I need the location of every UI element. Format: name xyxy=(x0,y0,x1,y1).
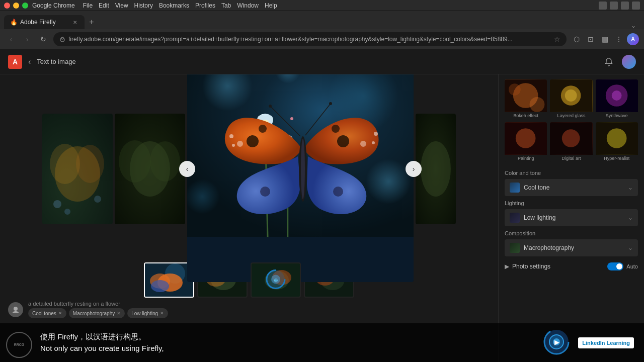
title-bar-icon-2[interactable] xyxy=(610,2,618,10)
subtitle-line2: Not only can you create using Firefly, xyxy=(40,343,535,354)
lighting-label: Lighting xyxy=(505,200,638,206)
auto-toggle[interactable]: Auto xyxy=(607,262,638,270)
style-digital-preview xyxy=(550,122,592,155)
new-tab-button[interactable]: + xyxy=(85,15,99,29)
sidebar-icon[interactable]: ▤ xyxy=(599,33,611,45)
style-painting[interactable]: Painting xyxy=(505,122,547,162)
app-title: Text to image xyxy=(37,58,75,65)
active-tab[interactable]: 🔥 Adobe Firefly ✕ xyxy=(4,15,85,29)
color-tone-dropdown[interactable]: Cool tone ⌄ xyxy=(505,179,638,196)
thumbnail-1[interactable] xyxy=(144,262,194,298)
title-bar: Google Chrome File Edit View History Boo… xyxy=(0,0,644,11)
style-hyper-realist[interactable]: Hyper-realist xyxy=(596,122,638,162)
menu-file[interactable]: File xyxy=(83,2,93,9)
composition-chevron-icon: ⌄ xyxy=(628,244,633,251)
rrcg-watermark: RRCG xyxy=(6,332,32,358)
toggle-switch[interactable] xyxy=(607,262,623,270)
address-bar: ‹ › ↻ firefly.adobe.com/generate/images?… xyxy=(0,29,644,49)
style-hyper-preview xyxy=(596,122,638,155)
composition-value: Macrophotography xyxy=(524,244,624,251)
subtitle-overlay: RRCG 使用 Firefly，以汉语进行构思。 Not only can yo… xyxy=(0,323,644,362)
screen-icon[interactable]: ⊡ xyxy=(585,33,597,45)
url-bar[interactable]: firefly.adobe.com/generate/images?prompt… xyxy=(53,32,567,46)
extensions-icon[interactable]: ⬡ xyxy=(571,33,583,45)
tab-close-button[interactable]: ✕ xyxy=(71,19,78,26)
bookmark-icon[interactable]: ☆ xyxy=(554,35,560,43)
side-image-right xyxy=(416,114,456,224)
menu-help[interactable]: Help xyxy=(265,2,277,9)
main-content-area: ‹ xyxy=(0,74,644,362)
reload-button[interactable]: ↻ xyxy=(37,33,49,45)
forward-button[interactable]: › xyxy=(21,33,33,45)
tab-title: Adobe Firefly xyxy=(20,19,68,26)
close-button[interactable] xyxy=(4,3,10,9)
menu-dots-icon[interactable]: ⋮ xyxy=(613,33,625,45)
menu-tab[interactable]: Tab xyxy=(221,2,231,9)
cool-tone-icon xyxy=(510,183,520,193)
style-layered-glass[interactable]: Layered glass xyxy=(550,79,592,119)
svg-point-40 xyxy=(333,187,343,197)
menu-window[interactable]: Window xyxy=(237,2,259,9)
svg-point-4 xyxy=(76,145,104,183)
photo-settings-label: Photo settings xyxy=(512,263,550,270)
title-bar-icon-1[interactable] xyxy=(599,2,607,10)
thumbnail-3[interactable]: ⊕ xyxy=(251,262,301,298)
svg-point-43 xyxy=(229,134,233,138)
tag-cool-tones: Cool tones ✕ xyxy=(28,308,66,318)
svg-point-34 xyxy=(259,125,267,133)
subtitle-line1: 使用 Firefly，以汉语进行构思。 xyxy=(40,331,535,343)
style-grid: Bokeh effect Layered glass xyxy=(505,79,638,162)
style-painting-preview xyxy=(505,122,547,155)
app-back-button[interactable]: ‹ xyxy=(28,57,31,66)
maximize-button[interactable] xyxy=(22,3,28,9)
style-bokeh-effect[interactable]: Bokeh effect xyxy=(505,79,547,119)
traffic-lights xyxy=(4,3,28,9)
rrcg-text: RRCG xyxy=(14,343,25,347)
style-digital-art[interactable]: Digital art xyxy=(550,122,592,162)
composition-dropdown[interactable]: Macrophotography ⌄ xyxy=(505,239,638,256)
color-tone-label: Color and tone xyxy=(505,170,638,176)
lock-icon xyxy=(59,36,65,42)
prev-image-button[interactable]: ‹ xyxy=(179,161,195,177)
svg-point-53 xyxy=(151,280,169,292)
adobe-logo: A xyxy=(8,55,22,69)
svg-point-31 xyxy=(269,105,272,108)
minimize-button[interactable] xyxy=(13,3,19,9)
composition-label: Composition xyxy=(505,230,638,236)
back-button[interactable]: ‹ xyxy=(5,33,17,45)
lighting-value: Low lighting xyxy=(524,214,624,221)
menu-bookmarks[interactable]: Bookmarks xyxy=(159,2,189,9)
style-layered-preview xyxy=(550,79,592,112)
tab-bar: 🔥 Adobe Firefly ✕ + ⌄ xyxy=(0,11,644,29)
color-tone-chevron-icon: ⌄ xyxy=(628,184,633,191)
style-synthwave-preview xyxy=(596,79,638,112)
svg-point-66 xyxy=(14,307,18,311)
main-image-container: ‹ xyxy=(187,74,414,282)
title-bar-icon-3[interactable] xyxy=(621,2,629,10)
svg-point-73 xyxy=(565,89,577,102)
title-bar-icon-4[interactable] xyxy=(632,2,640,10)
svg-point-5 xyxy=(53,200,61,208)
linkedin-learning-logo: LinkedIn Learning xyxy=(578,337,634,348)
tab-favicon: 🔥 xyxy=(10,19,17,26)
svg-point-3 xyxy=(50,144,80,184)
prev-arrow-icon: ‹ xyxy=(186,165,189,173)
user-avatar[interactable] xyxy=(622,55,636,69)
menu-history[interactable]: History xyxy=(134,2,153,9)
style-synthwave[interactable]: Synthwave xyxy=(596,79,638,119)
svg-point-33 xyxy=(247,135,259,147)
style-painting-label: Painting xyxy=(505,155,547,162)
profile-avatar[interactable]: A xyxy=(627,33,639,45)
next-image-button[interactable]: › xyxy=(406,161,422,177)
lighting-dropdown[interactable]: Low lighting ⌄ xyxy=(505,209,638,226)
menu-profiles[interactable]: Profiles xyxy=(195,2,215,9)
notification-icon[interactable] xyxy=(602,55,616,69)
photo-settings-row[interactable]: ▶ Photo settings Auto xyxy=(505,260,638,273)
user-icon-small xyxy=(8,302,23,317)
image-row: ‹ xyxy=(0,78,498,259)
menu-edit[interactable]: Edit xyxy=(99,2,109,9)
tab-chevron-icon[interactable]: ⌄ xyxy=(631,22,640,29)
macro-icon xyxy=(510,243,520,253)
subtitle-center-icon: ▶ xyxy=(543,328,570,357)
menu-view[interactable]: View xyxy=(115,2,128,9)
